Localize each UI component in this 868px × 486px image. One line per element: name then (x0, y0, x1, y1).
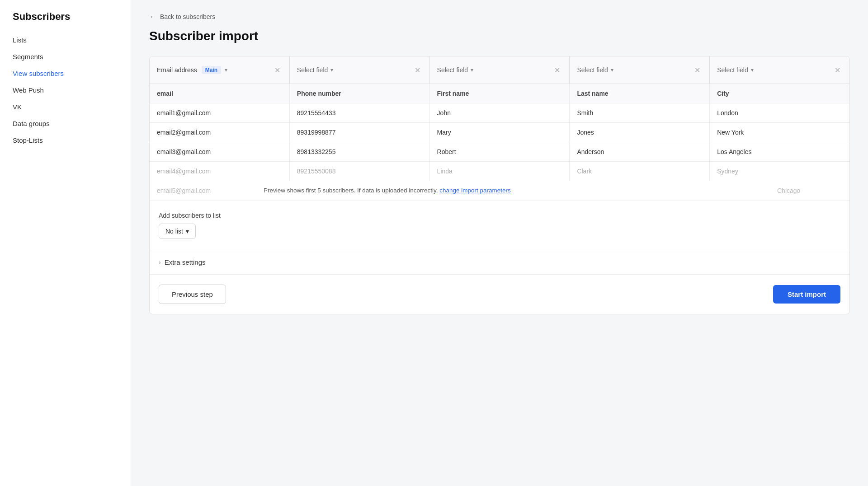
extra-settings-chevron-icon: › (159, 259, 161, 266)
cell-phone: 89215550088 (290, 162, 430, 181)
cell-email: email2@gmail.com (150, 123, 290, 142)
sidebar-item-lists[interactable]: Lists (0, 32, 131, 48)
cell-phone: 89319998877 (290, 123, 430, 142)
back-link[interactable]: ← Back to subscribers (149, 13, 850, 21)
sidebar-title: Subscribers (0, 11, 131, 32)
footer-row: Previous step Start import (150, 275, 849, 314)
header-city: City (710, 84, 849, 103)
preview-row-inner: email5@gmail.com Preview shows first 5 s… (157, 187, 842, 194)
field-selectors-row: Email address Main ▾ ✕ Select field ▾ ✕ (150, 56, 849, 84)
header-firstname: First name (430, 84, 570, 103)
firstname-column-header: Select field ▾ ✕ (430, 56, 570, 84)
extra-settings-row: › Extra settings (150, 250, 849, 275)
extra-settings-label: Extra settings (165, 258, 206, 266)
cell-city: Los Angeles (710, 142, 849, 161)
sidebar-item-stop-lists[interactable]: Stop-Lists (0, 132, 131, 149)
cell-lastname: Anderson (570, 142, 710, 161)
list-section-label: Add subscribers to list (159, 212, 840, 219)
phone-field-selector: Select field ▾ ✕ (290, 56, 429, 84)
city-chevron-icon: ▾ (751, 67, 754, 73)
sidebar-item-web-push[interactable]: Web Push (0, 82, 131, 98)
data-table: Email address Main ▾ ✕ Select field ▾ ✕ (150, 56, 849, 201)
phone-chevron-icon: ▾ (330, 67, 333, 73)
cell-lastname: Clark (570, 162, 710, 181)
previous-step-button[interactable]: Previous step (159, 285, 226, 304)
table-row: email2@gmail.com89319998877MaryJonesNew … (150, 123, 849, 142)
cell-firstname: John (430, 103, 570, 122)
cell-city: Sydney (710, 162, 849, 181)
phone-column-header: Select field ▾ ✕ (290, 56, 430, 84)
import-card: Email address Main ▾ ✕ Select field ▾ ✕ (149, 56, 850, 314)
firstname-chevron-icon: ▾ (471, 67, 473, 73)
cell-firstname: Mary (430, 123, 570, 142)
cell-phone: 89215554433 (290, 103, 430, 122)
change-import-params-link[interactable]: change import parameters (439, 187, 511, 194)
no-list-label: No list (165, 228, 183, 235)
email-column-close-button[interactable]: ✕ (273, 65, 282, 75)
firstname-field-selector: Select field ▾ ✕ (430, 56, 570, 84)
city-column-close-button[interactable]: ✕ (833, 65, 842, 75)
header-lastname: Last name (570, 84, 710, 103)
main-content: ← Back to subscribers Subscriber import … (131, 0, 868, 486)
city-select-label: Select field (717, 66, 748, 74)
cell-city: London (710, 103, 849, 122)
cell-email: email1@gmail.com (150, 103, 290, 122)
header-email: email (150, 84, 290, 103)
list-dropdown-chevron-icon: ▾ (186, 228, 189, 235)
city-select-dropdown[interactable]: Select field ▾ (717, 66, 830, 74)
header-phone: Phone number (290, 84, 430, 103)
table-row: email4@gmail.com89215550088LindaClarkSyd… (150, 162, 849, 181)
city-field-selector: Select field ▾ ✕ (710, 56, 849, 84)
sidebar-item-segments[interactable]: Segments (0, 48, 131, 65)
firstname-select-label: Select field (437, 66, 468, 74)
cell-email: email4@gmail.com (150, 162, 290, 181)
cell-lastname: Jones (570, 123, 710, 142)
cell-lastname: Smith (570, 103, 710, 122)
page-title: Subscriber import (149, 29, 850, 43)
lastname-field-selector: Select field ▾ ✕ (570, 56, 709, 84)
table-row: email3@gmail.com89813332255RobertAnderso… (150, 142, 849, 162)
phone-select-dropdown[interactable]: Select field ▾ (297, 66, 410, 74)
sidebar-item-vk[interactable]: VK (0, 98, 131, 115)
phone-column-close-button[interactable]: ✕ (413, 65, 422, 75)
table-body: email1@gmail.com89215554433JohnSmithLond… (150, 103, 849, 181)
sidebar-item-view-subscribers[interactable]: View subscribers (0, 65, 131, 82)
preview-city: Chicago (770, 187, 842, 194)
preview-email: email5@gmail.com (157, 187, 264, 194)
sidebar-nav: Lists Segments View subscribers Web Push… (0, 32, 131, 149)
back-link-text: Back to subscribers (160, 13, 215, 20)
lastname-column-header: Select field ▾ ✕ (570, 56, 710, 84)
email-dropdown-chevron-icon[interactable]: ▾ (225, 67, 227, 73)
lastname-column-close-button[interactable]: ✕ (693, 65, 702, 75)
cell-phone: 89813332255 (290, 142, 430, 161)
list-section: Add subscribers to list No list ▾ (150, 201, 849, 250)
cell-city: New York (710, 123, 849, 142)
cell-firstname: Robert (430, 142, 570, 161)
sidebar-item-data-groups[interactable]: Data groups (0, 115, 131, 132)
phone-select-label: Select field (297, 66, 328, 74)
preview-row: email5@gmail.com Preview shows first 5 s… (150, 181, 849, 201)
table-header-row: email Phone number First name Last name … (150, 84, 849, 103)
back-arrow-icon: ← (149, 13, 156, 21)
no-list-dropdown[interactable]: No list ▾ (159, 224, 196, 239)
email-address-label: Email address (157, 66, 197, 74)
lastname-select-dropdown[interactable]: Select field ▾ (577, 66, 690, 74)
city-column-header: Select field ▾ ✕ (710, 56, 849, 84)
lastname-select-label: Select field (577, 66, 608, 74)
table-row: email1@gmail.com89215554433JohnSmithLond… (150, 103, 849, 123)
cell-firstname: Linda (430, 162, 570, 181)
firstname-select-dropdown[interactable]: Select field ▾ (437, 66, 550, 74)
start-import-button[interactable]: Start import (773, 285, 840, 304)
lastname-chevron-icon: ▾ (611, 67, 613, 73)
main-badge: Main (202, 66, 221, 74)
firstname-column-close-button[interactable]: ✕ (552, 65, 562, 75)
cell-email: email3@gmail.com (150, 142, 290, 161)
email-field-selector: Email address Main ▾ ✕ (150, 56, 289, 84)
email-column-header: Email address Main ▾ ✕ (150, 56, 290, 84)
sidebar: Subscribers Lists Segments View subscrib… (0, 0, 131, 486)
extra-settings-toggle[interactable]: › Extra settings (159, 258, 840, 266)
preview-message: Preview shows first 5 subscribers. If da… (264, 187, 770, 194)
preview-text-prefix: Preview shows first 5 subscribers. If da… (264, 187, 439, 194)
